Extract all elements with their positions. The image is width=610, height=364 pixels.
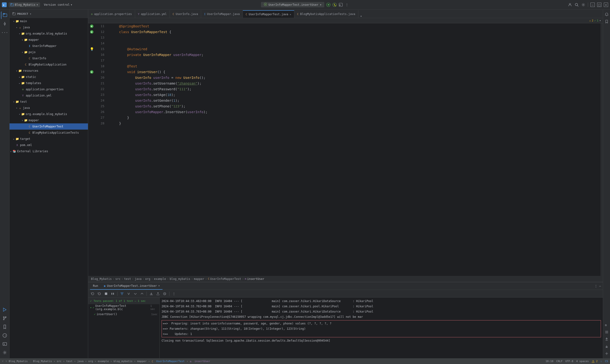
status-line-col[interactable]: 18:10 — [545, 360, 553, 363]
sidebar-item-templates[interactable]: ▸ 📁 templates — [10, 80, 88, 86]
test-suite-item[interactable]: ▾ ✓ UserInfoMapperTest (org.example.blc … — [88, 304, 159, 311]
right-bookmark-icon[interactable] — [604, 19, 610, 24]
sidebar-item-resources[interactable]: ▾ 📁 resources — [10, 68, 88, 74]
status-git-commits[interactable]: ⑂ CS — [600, 360, 608, 363]
lightbulb-icon[interactable]: 💡 — [90, 47, 94, 51]
toolbar-clock-btn[interactable] — [162, 291, 167, 296]
activity-settings-icon[interactable] — [1, 349, 9, 356]
breadcrumb-class[interactable]: C UserInfoMapperTest — [208, 277, 241, 281]
toolbar-stop-btn[interactable] — [104, 291, 109, 296]
sidebar-item-target[interactable]: ▸ 📁 target — [10, 136, 88, 142]
version-control-selector[interactable]: Version control ▾ — [42, 2, 74, 7]
tab-userinfo[interactable]: C UserInfo.java — [170, 10, 201, 18]
sidebar-item-java-main[interactable]: ▾ ☕ java — [10, 24, 88, 30]
tab-more-button[interactable]: ▾ — [358, 14, 364, 18]
sidebar-item-org-test[interactable]: ▾ 📁 org.example.blog_mybatis — [10, 111, 88, 117]
settings-icon[interactable] — [581, 3, 585, 7]
sidebar-item-org[interactable]: ▾ 📁 org.example.blog_mybatis — [10, 30, 88, 37]
sidebar-item-pom[interactable]: X pom.xml — [10, 142, 88, 148]
status-warnings[interactable]: ! 2 — [592, 360, 597, 363]
sidebar-item-application-yml[interactable]: Y application.yml — [10, 92, 88, 99]
tab-application-yml[interactable]: Y application.yml — [135, 10, 170, 18]
activity-bookmark-icon[interactable] — [1, 323, 9, 331]
right-align-icon[interactable] — [604, 329, 610, 335]
breadcrumb-org[interactable]: org — [145, 277, 150, 281]
bottom-minimize-icon[interactable]: — — [599, 285, 601, 288]
toolbar-collapse-btn[interactable] — [139, 291, 145, 296]
breadcrumb-short[interactable]: Blog_Mybatis › src › test › java › org ›… — [33, 360, 150, 363]
run-config-selector[interactable]: UserInfoMapperTest.insertUser ▾ — [261, 2, 324, 7]
sidebar-item-userinfo[interactable]: C UserInfo — [10, 55, 88, 62]
bottom-tab-test[interactable]: ◉ UserInfoMapperTest.insertUser × — [101, 282, 163, 290]
toolbar-filter-btn[interactable] — [119, 291, 125, 296]
activity-dots-icon[interactable]: ··· — [1, 29, 9, 36]
sidebar-item-static[interactable]: ▸ 📁 static — [10, 74, 88, 80]
sidebar-item-java-test[interactable]: ▾ ☕ java — [10, 105, 88, 111]
toolbar-pause-btn[interactable] — [110, 291, 115, 296]
sidebar-item-pojo[interactable]: ▾ 📁 pojo — [10, 49, 88, 55]
right-notifications-icon[interactable] — [604, 12, 610, 17]
status-crlf[interactable]: CRLF — [556, 360, 563, 363]
editor-scrollbar[interactable] — [600, 23, 603, 276]
bottom-more-icon[interactable]: ⋮ — [595, 285, 597, 288]
sidebar-header-label[interactable]: Project ▾ — [17, 13, 31, 15]
right-git-icon[interactable]: m — [604, 322, 610, 328]
sidebar-item-main[interactable]: ▾ 📁 main — [10, 18, 88, 24]
search-icon[interactable] — [574, 3, 579, 7]
sidebar-item-application-properties[interactable]: ⚙ application.properties — [10, 86, 88, 92]
project-selector[interactable]: Blog_Mybatis ▾ — [9, 2, 40, 7]
debug-button[interactable]: 🐛 — [332, 3, 337, 7]
toolbar-expand-btn[interactable] — [133, 291, 138, 296]
bottom-tab-close-icon[interactable]: × — [158, 285, 160, 287]
right-export-icon[interactable] — [604, 336, 610, 342]
tab-close-icon[interactable]: ✕ — [290, 13, 291, 16]
right-import-icon[interactable] — [604, 343, 610, 349]
code-content[interactable]: @SpringBootTest class UserInfoMapperTest… — [107, 23, 600, 276]
status-encoding[interactable]: UTF-8 — [565, 360, 573, 363]
gutter-19[interactable]: ▶ — [88, 69, 95, 75]
maximize-button[interactable]: □ — [597, 3, 601, 7]
run-gutter-icon-12[interactable]: ▶ — [90, 30, 93, 34]
breadcrumb-mapper[interactable]: mapper — [194, 277, 204, 281]
tab-application-properties[interactable]: ⚙ application.properties — [88, 10, 135, 18]
sidebar-item-test[interactable]: ▾ 📁 test — [10, 99, 88, 105]
tab-userinfomappertest[interactable]: C UserInfoMapperTest.java ✕ — [243, 10, 294, 18]
sidebar-item-userinfomappertest[interactable]: C UserInfoMapperTest — [10, 123, 88, 130]
breadcrumb-example[interactable]: example — [154, 277, 166, 281]
toolbar-rerun-failed-btn[interactable]: ! — [97, 291, 102, 296]
gutter-12[interactable]: ▶ — [88, 29, 95, 35]
activity-commit-icon[interactable] — [1, 20, 9, 28]
gutter-15[interactable]: 💡 — [88, 46, 95, 52]
activity-git-icon[interactable] — [1, 314, 9, 322]
breadcrumb-project[interactable]: Blog_Mybatis — [91, 277, 112, 281]
minimize-button[interactable]: — — [590, 3, 595, 7]
sidebar-item-mapper-test[interactable]: ▾ 📁 mapper — [10, 117, 88, 123]
test-method-item[interactable]: ✓ insertUser() 1sec — [88, 311, 159, 318]
run-gutter-icon[interactable]: ▶ — [90, 25, 93, 28]
warnings-dropdown[interactable]: ▾ — [599, 19, 601, 22]
toolbar-sort-btn[interactable] — [126, 291, 131, 296]
breadcrumb-method[interactable]: m insertUser — [245, 277, 264, 281]
activity-project-icon[interactable] — [1, 12, 9, 19]
activity-run-icon[interactable] — [1, 306, 9, 313]
run-gutter-icon-19[interactable]: ▶ — [90, 70, 93, 74]
toolbar-more-btn[interactable]: ⋮ — [171, 291, 177, 296]
tab-blogmybatisapplicationtests[interactable]: C BlogMybatisApplicationTests.java — [294, 10, 358, 18]
git-branch-label[interactable]: ⑂ Blog_Mybatis — [5, 360, 28, 363]
right-settings-bottom-icon[interactable] — [604, 351, 610, 356]
sidebar-item-userinfomapper[interactable]: I UserInfoMapper — [10, 43, 88, 49]
breadcrumb-src[interactable]: src — [115, 277, 121, 281]
activity-terminal-icon[interactable] — [1, 340, 9, 348]
bottom-tab-run[interactable]: Run — [90, 282, 101, 290]
close-button[interactable]: ✕ — [604, 3, 608, 7]
coverage-button[interactable]: ▶ — [338, 3, 343, 7]
run-button[interactable] — [326, 3, 330, 7]
more-button[interactable]: ⋮ — [345, 3, 349, 7]
activity-warning-icon[interactable]: ! — [1, 332, 9, 339]
gutter-11[interactable]: ▶ — [88, 23, 95, 29]
toolbar-rerun-btn[interactable] — [90, 291, 95, 296]
tab-userinfomapper[interactable]: I UserInfoMapper.java — [201, 10, 243, 18]
breadcrumb-blog_mybatis[interactable]: blog_mybatis — [170, 277, 190, 281]
sidebar-item-blogmybatisapp[interactable]: C BlogMybatisApplication — [10, 62, 88, 68]
sidebar-item-mapper-main[interactable]: ▾ 📁 mapper — [10, 37, 88, 43]
